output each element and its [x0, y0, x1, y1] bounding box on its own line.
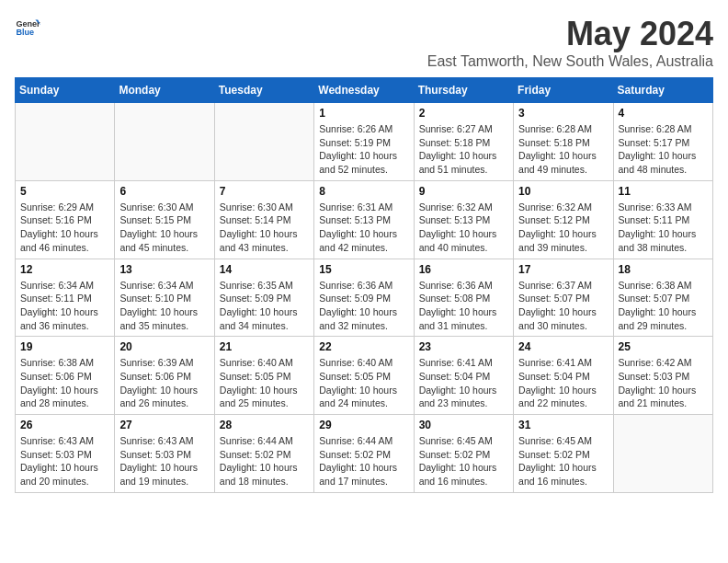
day-number: 16 [419, 263, 508, 276]
main-title: May 2024 [427, 15, 713, 53]
calendar-day-cell: 7Sunrise: 6:30 AM Sunset: 5:14 PM Daylig… [214, 180, 313, 259]
day-number: 1 [319, 107, 408, 120]
calendar-day-cell: 5Sunrise: 6:29 AM Sunset: 5:16 PM Daylig… [16, 180, 115, 259]
day-number: 11 [619, 185, 708, 198]
day-info: Sunrise: 6:27 AM Sunset: 5:18 PM Dayligh… [419, 122, 508, 177]
calendar-week-row: 12Sunrise: 6:34 AM Sunset: 5:11 PM Dayli… [16, 259, 713, 337]
calendar-day-cell: 30Sunrise: 6:45 AM Sunset: 5:02 PM Dayli… [414, 415, 513, 493]
day-number: 23 [419, 340, 508, 353]
calendar-day-cell [214, 103, 313, 181]
calendar-day-cell: 1Sunrise: 6:26 AM Sunset: 5:19 PM Daylig… [314, 103, 414, 181]
day-info: Sunrise: 6:37 AM Sunset: 5:07 PM Dayligh… [518, 279, 608, 333]
day-number: 24 [518, 340, 608, 353]
day-number: 15 [319, 263, 408, 276]
day-info: Sunrise: 6:44 AM Sunset: 5:02 PM Dayligh… [220, 434, 309, 488]
calendar-day-cell: 16Sunrise: 6:36 AM Sunset: 5:08 PM Dayli… [414, 259, 513, 337]
calendar-day-cell: 10Sunrise: 6:32 AM Sunset: 5:12 PM Dayli… [514, 180, 613, 259]
day-number: 28 [220, 419, 309, 431]
day-info: Sunrise: 6:34 AM Sunset: 5:10 PM Dayligh… [119, 279, 209, 333]
day-info: Sunrise: 6:41 AM Sunset: 5:04 PM Dayligh… [419, 356, 508, 410]
day-info: Sunrise: 6:31 AM Sunset: 5:13 PM Dayligh… [319, 201, 408, 255]
day-number: 19 [20, 340, 109, 353]
calendar-day-cell: 9Sunrise: 6:32 AM Sunset: 5:13 PM Daylig… [414, 180, 513, 259]
calendar-header-row: SundayMondayTuesdayWednesdayThursdayFrid… [16, 78, 713, 103]
calendar-day-cell: 11Sunrise: 6:33 AM Sunset: 5:11 PM Dayli… [613, 180, 712, 259]
calendar-day-cell [115, 103, 214, 181]
day-info: Sunrise: 6:45 AM Sunset: 5:02 PM Dayligh… [419, 434, 508, 488]
day-number: 20 [119, 340, 209, 353]
day-number: 17 [518, 263, 608, 276]
calendar-weekday-header: Sunday [16, 78, 115, 103]
day-number: 10 [518, 185, 608, 198]
day-number: 27 [119, 419, 209, 431]
day-number: 2 [419, 107, 508, 120]
sub-title: East Tamworth, New South Wales, Australi… [427, 53, 713, 70]
day-info: Sunrise: 6:35 AM Sunset: 5:09 PM Dayligh… [220, 279, 309, 333]
day-info: Sunrise: 6:30 AM Sunset: 5:15 PM Dayligh… [119, 201, 209, 255]
day-number: 5 [20, 185, 109, 198]
calendar-day-cell: 17Sunrise: 6:37 AM Sunset: 5:07 PM Dayli… [514, 259, 613, 337]
day-info: Sunrise: 6:39 AM Sunset: 5:06 PM Dayligh… [119, 356, 209, 410]
calendar-day-cell: 24Sunrise: 6:41 AM Sunset: 5:04 PM Dayli… [514, 337, 613, 415]
calendar-day-cell: 21Sunrise: 6:40 AM Sunset: 5:05 PM Dayli… [214, 337, 313, 415]
calendar-day-cell [613, 415, 712, 493]
calendar-weekday-header: Tuesday [214, 78, 313, 103]
calendar-week-row: 1Sunrise: 6:26 AM Sunset: 5:19 PM Daylig… [16, 103, 713, 181]
day-info: Sunrise: 6:32 AM Sunset: 5:13 PM Dayligh… [419, 201, 508, 255]
day-info: Sunrise: 6:38 AM Sunset: 5:06 PM Dayligh… [20, 356, 109, 410]
day-number: 31 [518, 419, 608, 431]
calendar-day-cell: 2Sunrise: 6:27 AM Sunset: 5:18 PM Daylig… [414, 103, 513, 181]
calendar-day-cell [16, 103, 115, 181]
day-number: 3 [518, 107, 608, 120]
day-info: Sunrise: 6:30 AM Sunset: 5:14 PM Dayligh… [220, 201, 309, 255]
calendar-day-cell: 3Sunrise: 6:28 AM Sunset: 5:18 PM Daylig… [514, 103, 613, 181]
calendar-day-cell: 14Sunrise: 6:35 AM Sunset: 5:09 PM Dayli… [214, 259, 313, 337]
day-info: Sunrise: 6:40 AM Sunset: 5:05 PM Dayligh… [220, 356, 309, 410]
day-number: 8 [319, 185, 408, 198]
calendar-day-cell: 6Sunrise: 6:30 AM Sunset: 5:15 PM Daylig… [115, 180, 214, 259]
day-info: Sunrise: 6:28 AM Sunset: 5:17 PM Dayligh… [619, 122, 708, 177]
day-info: Sunrise: 6:36 AM Sunset: 5:09 PM Dayligh… [319, 279, 408, 333]
calendar-weekday-header: Saturday [613, 78, 712, 103]
day-info: Sunrise: 6:38 AM Sunset: 5:07 PM Dayligh… [619, 279, 708, 333]
svg-text:Blue: Blue [16, 28, 34, 37]
day-number: 29 [319, 419, 408, 431]
calendar-day-cell: 27Sunrise: 6:43 AM Sunset: 5:03 PM Dayli… [115, 415, 214, 493]
logo-icon: General Blue [15, 15, 40, 40]
calendar-day-cell: 23Sunrise: 6:41 AM Sunset: 5:04 PM Dayli… [414, 337, 513, 415]
day-info: Sunrise: 6:33 AM Sunset: 5:11 PM Dayligh… [619, 201, 708, 255]
title-area: May 2024 East Tamworth, New South Wales,… [427, 15, 713, 70]
calendar-day-cell: 19Sunrise: 6:38 AM Sunset: 5:06 PM Dayli… [16, 337, 115, 415]
calendar-day-cell: 12Sunrise: 6:34 AM Sunset: 5:11 PM Dayli… [16, 259, 115, 337]
calendar-week-row: 19Sunrise: 6:38 AM Sunset: 5:06 PM Dayli… [16, 337, 713, 415]
day-info: Sunrise: 6:42 AM Sunset: 5:03 PM Dayligh… [619, 356, 708, 410]
calendar-table: SundayMondayTuesdayWednesdayThursdayFrid… [15, 77, 713, 493]
day-info: Sunrise: 6:40 AM Sunset: 5:05 PM Dayligh… [319, 356, 408, 410]
day-info: Sunrise: 6:43 AM Sunset: 5:03 PM Dayligh… [119, 434, 209, 488]
day-info: Sunrise: 6:43 AM Sunset: 5:03 PM Dayligh… [20, 434, 109, 488]
day-info: Sunrise: 6:29 AM Sunset: 5:16 PM Dayligh… [20, 201, 109, 255]
calendar-day-cell: 18Sunrise: 6:38 AM Sunset: 5:07 PM Dayli… [613, 259, 712, 337]
day-number: 13 [119, 263, 209, 276]
day-number: 18 [619, 263, 708, 276]
day-number: 7 [220, 185, 309, 198]
calendar-week-row: 5Sunrise: 6:29 AM Sunset: 5:16 PM Daylig… [16, 180, 713, 259]
day-number: 9 [419, 185, 508, 198]
calendar-day-cell: 4Sunrise: 6:28 AM Sunset: 5:17 PM Daylig… [613, 103, 712, 181]
day-number: 26 [20, 419, 109, 431]
day-info: Sunrise: 6:41 AM Sunset: 5:04 PM Dayligh… [518, 356, 608, 410]
calendar-weekday-header: Monday [115, 78, 214, 103]
day-number: 6 [119, 185, 209, 198]
day-number: 14 [220, 263, 309, 276]
calendar-week-row: 26Sunrise: 6:43 AM Sunset: 5:03 PM Dayli… [16, 415, 713, 493]
day-info: Sunrise: 6:36 AM Sunset: 5:08 PM Dayligh… [419, 279, 508, 333]
page-header: General Blue May 2024 East Tamworth, New… [15, 15, 713, 70]
day-info: Sunrise: 6:26 AM Sunset: 5:19 PM Dayligh… [319, 122, 408, 177]
day-number: 22 [319, 340, 408, 353]
calendar-day-cell: 26Sunrise: 6:43 AM Sunset: 5:03 PM Dayli… [16, 415, 115, 493]
day-info: Sunrise: 6:32 AM Sunset: 5:12 PM Dayligh… [518, 201, 608, 255]
day-info: Sunrise: 6:45 AM Sunset: 5:02 PM Dayligh… [518, 434, 608, 488]
day-number: 12 [20, 263, 109, 276]
day-info: Sunrise: 6:28 AM Sunset: 5:18 PM Dayligh… [518, 122, 608, 177]
calendar-day-cell: 29Sunrise: 6:44 AM Sunset: 5:02 PM Dayli… [314, 415, 414, 493]
